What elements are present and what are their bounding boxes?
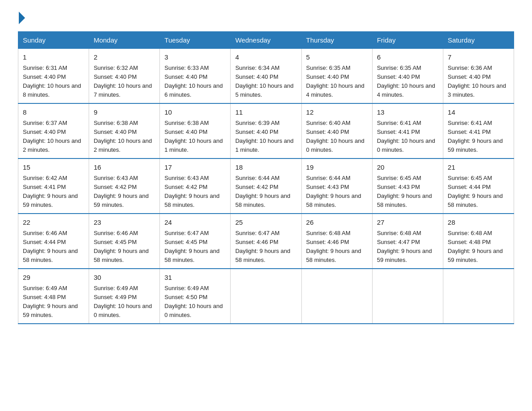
day-number: 3 bbox=[164, 52, 226, 63]
calendar-cell: 22Sunrise: 6:46 AMSunset: 4:44 PMDayligh… bbox=[18, 214, 89, 269]
day-number: 20 bbox=[377, 163, 438, 173]
calendar-cell: 19Sunrise: 6:44 AMSunset: 4:43 PMDayligh… bbox=[301, 158, 372, 214]
weekday-header-sunday: Sunday bbox=[18, 32, 89, 49]
sunrise-info: Sunrise: 6:34 AMSunset: 4:40 PMDaylight:… bbox=[235, 64, 293, 98]
day-number: 22 bbox=[23, 218, 84, 228]
calendar-cell: 26Sunrise: 6:48 AMSunset: 4:46 PMDayligh… bbox=[301, 214, 372, 269]
day-number: 11 bbox=[235, 107, 296, 118]
sunrise-info: Sunrise: 6:32 AMSunset: 4:40 PMDaylight:… bbox=[94, 64, 152, 98]
day-number: 5 bbox=[306, 52, 368, 63]
sunrise-info: Sunrise: 6:35 AMSunset: 4:40 PMDaylight:… bbox=[377, 64, 435, 98]
calendar-cell: 8Sunrise: 6:37 AMSunset: 4:40 PMDaylight… bbox=[18, 103, 89, 158]
sunrise-info: Sunrise: 6:46 AMSunset: 4:45 PMDaylight:… bbox=[94, 230, 149, 263]
day-number: 1 bbox=[23, 52, 84, 63]
calendar-cell: 14Sunrise: 6:41 AMSunset: 4:41 PMDayligh… bbox=[443, 103, 514, 158]
calendar-week-row: 8Sunrise: 6:37 AMSunset: 4:40 PMDaylight… bbox=[18, 103, 514, 158]
sunrise-info: Sunrise: 6:39 AMSunset: 4:40 PMDaylight:… bbox=[235, 120, 293, 153]
day-number: 28 bbox=[448, 218, 509, 228]
calendar-cell bbox=[443, 269, 514, 324]
calendar-cell: 5Sunrise: 6:35 AMSunset: 4:40 PMDaylight… bbox=[301, 49, 372, 104]
sunrise-info: Sunrise: 6:37 AMSunset: 4:40 PMDaylight:… bbox=[23, 120, 81, 153]
calendar-cell: 30Sunrise: 6:49 AMSunset: 4:49 PMDayligh… bbox=[89, 269, 160, 324]
weekday-header-monday: Monday bbox=[89, 32, 160, 49]
day-number: 27 bbox=[377, 218, 438, 228]
sunrise-info: Sunrise: 6:33 AMSunset: 4:40 PMDaylight:… bbox=[164, 64, 223, 98]
calendar-cell: 3Sunrise: 6:33 AMSunset: 4:40 PMDaylight… bbox=[160, 49, 231, 104]
sunrise-info: Sunrise: 6:43 AMSunset: 4:42 PMDaylight:… bbox=[164, 175, 219, 208]
sunrise-info: Sunrise: 6:40 AMSunset: 4:40 PMDaylight:… bbox=[306, 120, 365, 153]
calendar-cell: 31Sunrise: 6:49 AMSunset: 4:50 PMDayligh… bbox=[160, 269, 231, 324]
sunrise-info: Sunrise: 6:36 AMSunset: 4:40 PMDaylight:… bbox=[448, 64, 506, 98]
sunrise-info: Sunrise: 6:48 AMSunset: 4:46 PMDaylight:… bbox=[306, 230, 361, 263]
day-number: 7 bbox=[448, 52, 509, 63]
sunrise-info: Sunrise: 6:41 AMSunset: 4:41 PMDaylight:… bbox=[377, 120, 435, 153]
calendar-week-row: 1Sunrise: 6:31 AMSunset: 4:40 PMDaylight… bbox=[18, 49, 514, 104]
sunrise-info: Sunrise: 6:31 AMSunset: 4:40 PMDaylight:… bbox=[23, 64, 81, 98]
day-number: 4 bbox=[235, 52, 296, 63]
sunrise-info: Sunrise: 6:41 AMSunset: 4:41 PMDaylight:… bbox=[448, 120, 503, 153]
day-number: 15 bbox=[23, 163, 84, 173]
sunrise-info: Sunrise: 6:48 AMSunset: 4:47 PMDaylight:… bbox=[377, 230, 432, 263]
page-header bbox=[18, 13, 514, 22]
calendar-cell: 27Sunrise: 6:48 AMSunset: 4:47 PMDayligh… bbox=[372, 214, 443, 269]
day-number: 24 bbox=[164, 218, 226, 228]
calendar-cell: 28Sunrise: 6:48 AMSunset: 4:48 PMDayligh… bbox=[443, 214, 514, 269]
sunrise-info: Sunrise: 6:45 AMSunset: 4:44 PMDaylight:… bbox=[448, 175, 503, 208]
day-number: 25 bbox=[235, 218, 296, 228]
calendar-cell: 2Sunrise: 6:32 AMSunset: 4:40 PMDaylight… bbox=[89, 49, 160, 104]
calendar-cell: 25Sunrise: 6:47 AMSunset: 4:46 PMDayligh… bbox=[231, 214, 301, 269]
calendar-cell: 29Sunrise: 6:49 AMSunset: 4:48 PMDayligh… bbox=[18, 269, 89, 324]
sunrise-info: Sunrise: 6:42 AMSunset: 4:41 PMDaylight:… bbox=[23, 175, 78, 208]
calendar-cell: 1Sunrise: 6:31 AMSunset: 4:40 PMDaylight… bbox=[18, 49, 89, 104]
logo bbox=[18, 13, 25, 22]
calendar-cell: 21Sunrise: 6:45 AMSunset: 4:44 PMDayligh… bbox=[443, 158, 514, 214]
calendar-cell: 11Sunrise: 6:39 AMSunset: 4:40 PMDayligh… bbox=[231, 103, 301, 158]
sunrise-info: Sunrise: 6:49 AMSunset: 4:48 PMDaylight:… bbox=[23, 285, 78, 318]
day-number: 2 bbox=[94, 52, 155, 63]
day-number: 17 bbox=[164, 163, 226, 173]
sunrise-info: Sunrise: 6:38 AMSunset: 4:40 PMDaylight:… bbox=[164, 120, 223, 153]
day-number: 29 bbox=[23, 273, 84, 283]
calendar-cell: 13Sunrise: 6:41 AMSunset: 4:41 PMDayligh… bbox=[372, 103, 443, 158]
sunrise-info: Sunrise: 6:47 AMSunset: 4:45 PMDaylight:… bbox=[164, 230, 219, 263]
day-number: 21 bbox=[448, 163, 509, 173]
day-number: 18 bbox=[235, 163, 296, 173]
calendar-cell: 6Sunrise: 6:35 AMSunset: 4:40 PMDaylight… bbox=[372, 49, 443, 104]
calendar-cell: 16Sunrise: 6:43 AMSunset: 4:42 PMDayligh… bbox=[89, 158, 160, 214]
sunrise-info: Sunrise: 6:48 AMSunset: 4:48 PMDaylight:… bbox=[448, 230, 503, 263]
calendar-cell: 20Sunrise: 6:45 AMSunset: 4:43 PMDayligh… bbox=[372, 158, 443, 214]
day-number: 31 bbox=[164, 273, 226, 283]
sunrise-info: Sunrise: 6:49 AMSunset: 4:50 PMDaylight:… bbox=[164, 285, 223, 318]
sunrise-info: Sunrise: 6:44 AMSunset: 4:42 PMDaylight:… bbox=[235, 175, 290, 208]
sunrise-info: Sunrise: 6:38 AMSunset: 4:40 PMDaylight:… bbox=[94, 120, 152, 153]
day-number: 9 bbox=[94, 107, 155, 118]
day-number: 12 bbox=[306, 107, 368, 118]
day-number: 26 bbox=[306, 218, 368, 228]
sunrise-info: Sunrise: 6:46 AMSunset: 4:44 PMDaylight:… bbox=[23, 230, 78, 263]
day-number: 6 bbox=[377, 52, 438, 63]
day-number: 16 bbox=[94, 163, 155, 173]
calendar-cell: 23Sunrise: 6:46 AMSunset: 4:45 PMDayligh… bbox=[89, 214, 160, 269]
day-number: 8 bbox=[23, 107, 84, 118]
calendar-week-row: 29Sunrise: 6:49 AMSunset: 4:48 PMDayligh… bbox=[18, 269, 514, 324]
weekday-header-tuesday: Tuesday bbox=[160, 32, 231, 49]
calendar-cell: 7Sunrise: 6:36 AMSunset: 4:40 PMDaylight… bbox=[443, 49, 514, 104]
weekday-header-friday: Friday bbox=[372, 32, 443, 49]
calendar-table: SundayMondayTuesdayWednesdayThursdayFrid… bbox=[18, 31, 514, 324]
day-number: 14 bbox=[448, 107, 509, 118]
calendar-cell: 12Sunrise: 6:40 AMSunset: 4:40 PMDayligh… bbox=[301, 103, 372, 158]
calendar-cell: 24Sunrise: 6:47 AMSunset: 4:45 PMDayligh… bbox=[160, 214, 231, 269]
calendar-week-row: 22Sunrise: 6:46 AMSunset: 4:44 PMDayligh… bbox=[18, 214, 514, 269]
calendar-cell bbox=[372, 269, 443, 324]
weekday-header-thursday: Thursday bbox=[301, 32, 372, 49]
sunrise-info: Sunrise: 6:43 AMSunset: 4:42 PMDaylight:… bbox=[94, 175, 149, 208]
calendar-cell: 10Sunrise: 6:38 AMSunset: 4:40 PMDayligh… bbox=[160, 103, 231, 158]
calendar-cell: 15Sunrise: 6:42 AMSunset: 4:41 PMDayligh… bbox=[18, 158, 89, 214]
calendar-cell: 18Sunrise: 6:44 AMSunset: 4:42 PMDayligh… bbox=[231, 158, 301, 214]
calendar-cell: 17Sunrise: 6:43 AMSunset: 4:42 PMDayligh… bbox=[160, 158, 231, 214]
sunrise-info: Sunrise: 6:47 AMSunset: 4:46 PMDaylight:… bbox=[235, 230, 290, 263]
sunrise-info: Sunrise: 6:49 AMSunset: 4:49 PMDaylight:… bbox=[94, 285, 152, 318]
day-number: 30 bbox=[94, 273, 155, 283]
weekday-header-row: SundayMondayTuesdayWednesdayThursdayFrid… bbox=[18, 32, 514, 49]
calendar-cell bbox=[231, 269, 301, 324]
